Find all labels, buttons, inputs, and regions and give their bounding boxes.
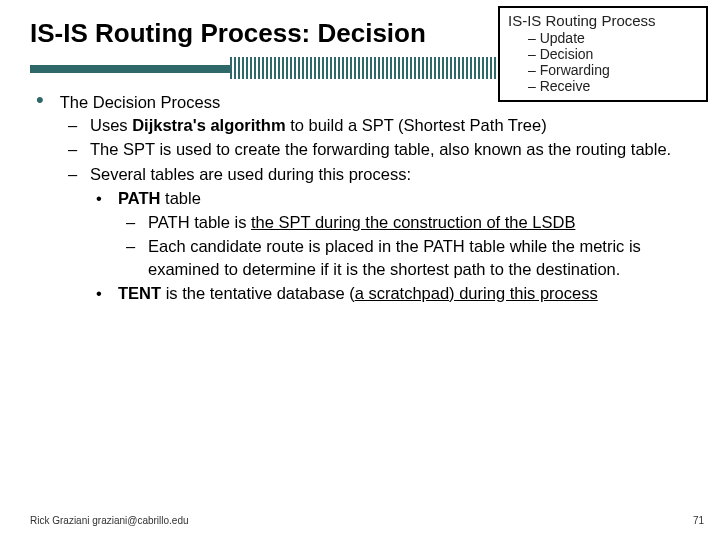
dash-icon: – bbox=[68, 163, 80, 185]
body-text: Uses Dijkstra's algorithm to build a SPT… bbox=[90, 114, 690, 136]
dash-icon: – bbox=[68, 114, 80, 136]
callout-item: – Receive bbox=[508, 78, 700, 94]
content-body: • The Decision Process – Uses Dijkstra's… bbox=[30, 93, 696, 304]
footer-text: Rick Graziani graziani@cabrillo.edu bbox=[30, 515, 189, 526]
bullet-icon: • bbox=[36, 91, 44, 112]
page-number: 71 bbox=[693, 515, 704, 526]
body-text: Each candidate route is placed in the PA… bbox=[148, 235, 690, 280]
body-text: PATH table bbox=[118, 187, 690, 209]
body-text: Several tables are used during this proc… bbox=[90, 163, 690, 185]
dash-icon: – bbox=[126, 235, 138, 280]
callout-item: – Update bbox=[508, 30, 700, 46]
bullet-icon: • bbox=[96, 282, 108, 304]
callout-title: IS-IS Routing Process bbox=[508, 12, 700, 29]
callout-item: – Forwarding bbox=[508, 62, 700, 78]
dash-icon: – bbox=[126, 211, 138, 233]
body-text: PATH table is the SPT during the constru… bbox=[148, 211, 690, 233]
body-text: TENT is the tentative database (a scratc… bbox=[118, 282, 690, 304]
dash-icon: – bbox=[68, 138, 80, 160]
bullet-icon: • bbox=[96, 187, 108, 209]
callout-box: IS-IS Routing Process – Update – Decisio… bbox=[498, 6, 708, 102]
callout-item: – Decision bbox=[508, 46, 700, 62]
body-text: The SPT is used to create the forwarding… bbox=[90, 138, 690, 160]
